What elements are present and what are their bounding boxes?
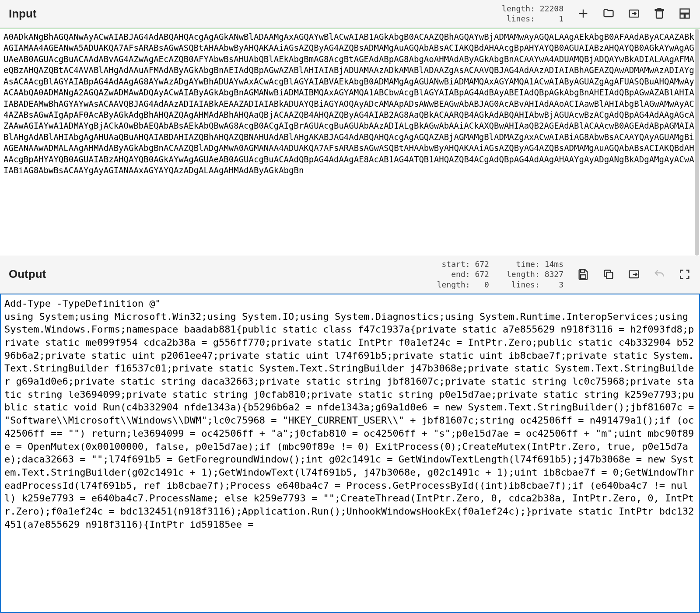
panel-layout-icon[interactable] — [678, 7, 691, 20]
output-start-value: 672 — [475, 259, 489, 269]
input-content: A0ADkANgBhAGQANwAyACwAIABJAG4AdABQAHQAcg… — [4, 32, 696, 176]
svg-rect-8 — [680, 14, 684, 18]
input-header: Input length: 22208 lines: 1 — [0, 0, 700, 28]
svg-rect-11 — [581, 275, 586, 278]
output-icon-bar — [577, 268, 691, 281]
svg-rect-4 — [656, 11, 662, 18]
output-start-label: start: — [442, 259, 470, 269]
export-icon[interactable] — [627, 268, 640, 281]
output-content: Add-Type -TypeDefinition @" using System… — [4, 297, 696, 531]
input-length-label: length: — [502, 4, 535, 13]
input-lines-value: 1 — [559, 14, 564, 23]
output-title: Output — [9, 267, 46, 281]
output-end-value: 672 — [475, 270, 489, 279]
output-time-value: 14ms — [545, 259, 564, 269]
output-textarea[interactable]: Add-Type -TypeDefinition @" using System… — [0, 294, 700, 613]
output-lines-label: lines: — [511, 280, 540, 289]
svg-rect-10 — [581, 270, 584, 272]
input-stats: length: 22208 lines: 1 — [502, 4, 564, 24]
input-textarea[interactable]: A0ADkANgBhAGQANwAyACwAIABJAG4AdABQAHQAcg… — [0, 28, 700, 256]
save-icon[interactable] — [577, 268, 590, 281]
output-header: Output start: 672 end: 672 length: 0 tim… — [0, 256, 700, 294]
output-length-value: 8327 — [545, 270, 564, 279]
output-sel-length-label: length: — [437, 280, 470, 289]
output-header-right: start: 672 end: 672 length: 0 time: 14ms… — [437, 259, 691, 290]
undo-icon — [653, 268, 666, 281]
input-header-right: length: 22208 lines: 1 — [502, 4, 691, 24]
copy-icon[interactable] — [602, 268, 615, 281]
delete-icon[interactable] — [653, 7, 666, 20]
output-lines-value: 3 — [559, 280, 564, 289]
fullscreen-icon[interactable] — [678, 268, 691, 281]
output-stats: start: 672 end: 672 length: 0 time: 14ms… — [437, 259, 564, 290]
input-lines-label: lines: — [507, 14, 535, 23]
input-scrollbar[interactable] — [695, 29, 699, 256]
import-icon[interactable] — [627, 7, 640, 20]
output-sel-length-value: 0 — [484, 280, 489, 289]
svg-rect-9 — [685, 14, 689, 18]
folder-open-icon[interactable] — [602, 7, 615, 20]
add-icon[interactable] — [577, 7, 590, 20]
output-length-label: length: — [507, 270, 540, 279]
svg-rect-6 — [658, 9, 661, 10]
input-length-value: 22208 — [540, 4, 564, 13]
svg-rect-12 — [606, 272, 612, 278]
output-end-label: end: — [451, 270, 470, 279]
output-time-label: time: — [516, 259, 540, 269]
input-icon-bar — [577, 7, 691, 20]
input-title: Input — [9, 7, 37, 21]
svg-rect-7 — [680, 9, 690, 13]
